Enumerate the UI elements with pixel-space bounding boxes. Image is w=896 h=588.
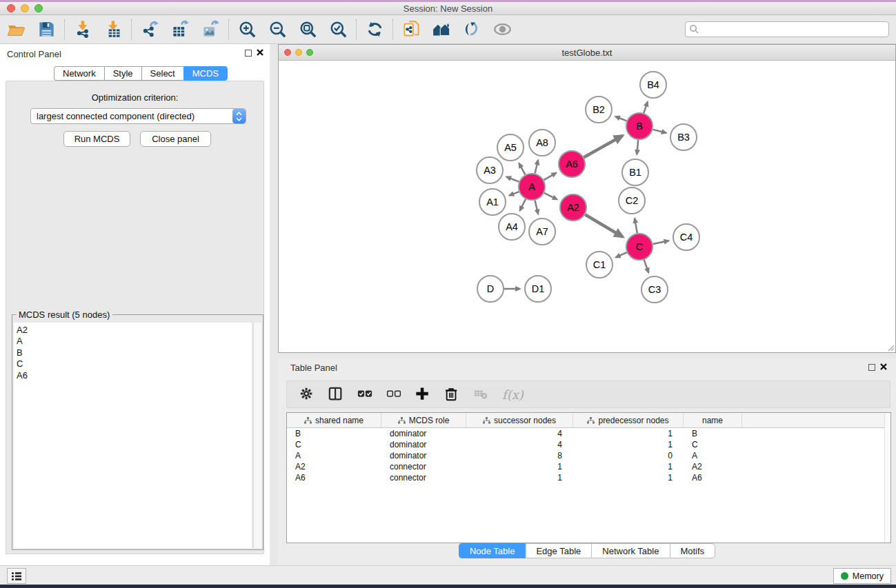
edge-A2-C[interactable]: [585, 214, 623, 236]
column-label: successor nodes: [494, 416, 556, 425]
edge-A-A5[interactable]: [519, 163, 525, 175]
column-layout-button[interactable]: [328, 385, 344, 403]
tab-style[interactable]: Style: [104, 66, 141, 81]
network-view-window: testGlobe.txt AA1A2A3A4A5A6A7A8BB1B2B3B4…: [278, 44, 896, 353]
edge-A-A2[interactable]: [544, 193, 557, 199]
hide-graphics-details-button[interactable]: [492, 19, 512, 40]
edge-A-A6[interactable]: [544, 173, 556, 180]
zoom-out-icon: [268, 20, 287, 39]
zoom-selected-button[interactable]: [328, 19, 348, 40]
tab-edge-table[interactable]: Edge Table: [525, 543, 591, 558]
float-table-panel-icon[interactable]: [868, 364, 875, 371]
edge-B-B3[interactable]: [653, 130, 666, 133]
refresh-button[interactable]: [364, 19, 385, 40]
tab-select[interactable]: Select: [141, 66, 183, 81]
column-header-MCDS-role[interactable]: MCDS role: [381, 413, 466, 427]
edge-B-B2[interactable]: [615, 116, 626, 121]
node-table[interactable]: shared nameMCDS rolesuccessor nodesprede…: [286, 412, 891, 543]
export-table-button[interactable]: [170, 19, 190, 40]
delete-row-icon: [444, 387, 459, 402]
zoom-fit-button[interactable]: [297, 19, 318, 40]
zoom-in-button[interactable]: [237, 19, 257, 40]
result-list-item[interactable]: B: [17, 347, 252, 358]
delete-row-button[interactable]: [444, 385, 459, 403]
settings-gear-button[interactable]: [299, 385, 315, 403]
control-panel-header: Control Panel: [0, 44, 270, 62]
tab-motifs[interactable]: Motifs: [669, 543, 715, 558]
run-mcds-button[interactable]: Run MCDS: [63, 131, 130, 147]
import-network-icon: [74, 20, 92, 39]
control-panel: Control Panel NetworkStyleSelectMCDS Opt…: [0, 44, 270, 565]
open-session-button[interactable]: [6, 19, 26, 40]
table-row[interactable]: Bdominator41B: [287, 428, 890, 439]
table-scrollbar[interactable]: [884, 413, 890, 543]
memory-button[interactable]: Memory: [833, 568, 891, 584]
result-list-item[interactable]: A: [17, 336, 252, 347]
edge-A-A4[interactable]: [520, 199, 526, 211]
close-panel-button[interactable]: Close panel: [140, 131, 211, 147]
edge-C-C1[interactable]: [616, 252, 627, 257]
edge-C-C3[interactable]: [644, 260, 649, 273]
column-header-predecessor-nodes[interactable]: predecessor nodes: [573, 413, 684, 427]
edge-B-B4[interactable]: [644, 102, 647, 113]
column-header-shared-name[interactable]: shared name: [287, 413, 381, 427]
refresh-icon: [366, 20, 384, 39]
toolbar-separator: [392, 19, 393, 40]
node-label-A5: A5: [504, 142, 517, 153]
result-list-item[interactable]: A2: [17, 325, 252, 336]
show-graphics-details-button[interactable]: [461, 19, 482, 40]
column-header-name[interactable]: name: [684, 413, 742, 427]
import-table-button[interactable]: [103, 19, 123, 40]
edge-A-A8[interactable]: [535, 160, 539, 173]
network-canvas[interactable]: AA1A2A3A4A5A6A7A8BB1B2B3B4CC1C2C3C4DD1: [279, 61, 895, 352]
export-image-button[interactable]: [200, 19, 221, 40]
add-row-button[interactable]: [415, 385, 430, 403]
edge-B-B1[interactable]: [637, 140, 638, 154]
close-panel-icon[interactable]: [256, 48, 264, 57]
tab-node-table[interactable]: Node Table: [459, 543, 526, 558]
task-history-button[interactable]: [7, 568, 26, 584]
table-row[interactable]: A2connector11A2: [287, 461, 890, 472]
mcds-result-list[interactable]: A2ABCA6: [14, 323, 252, 548]
cell-successor-nodes: 1: [466, 473, 573, 483]
deselect-all-button[interactable]: [386, 385, 401, 403]
clone-network-button[interactable]: [401, 19, 421, 40]
result-list-item[interactable]: C: [17, 358, 252, 369]
column-header-successor-nodes[interactable]: successor nodes: [466, 413, 573, 427]
export-network-button[interactable]: [139, 19, 160, 40]
tab-network-table[interactable]: Network Table: [591, 543, 669, 558]
result-list-scrollbar[interactable]: [253, 323, 261, 548]
save-session-button[interactable]: [36, 19, 57, 40]
window-resize-grip[interactable]: [886, 343, 895, 352]
edge-A-A7[interactable]: [535, 200, 538, 214]
select-all-button[interactable]: [357, 385, 372, 403]
close-table-panel-icon[interactable]: [879, 363, 888, 371]
toolbar-group-5: [401, 19, 512, 40]
edge-A-A3[interactable]: [506, 177, 519, 182]
cell-name: B: [684, 429, 742, 438]
home-button[interactable]: [431, 19, 452, 40]
tab-mcds[interactable]: MCDS: [183, 66, 228, 81]
network-window-titlebar[interactable]: testGlobe.txt: [279, 45, 895, 61]
zoom-out-button[interactable]: [267, 19, 288, 40]
criterion-dropdown[interactable]: largest connected component (directed): [30, 108, 246, 124]
edge-A6-B[interactable]: [584, 136, 622, 158]
result-list-item[interactable]: A6: [17, 370, 252, 381]
edge-C-C4[interactable]: [653, 241, 669, 244]
status-bar: Memory: [0, 565, 896, 585]
table-panel-title: Table Panel: [290, 363, 337, 373]
edge-C-C2[interactable]: [635, 219, 637, 234]
table-row[interactable]: Adominator80A: [287, 450, 890, 461]
network-window-title: testGlobe.txt: [279, 48, 895, 58]
search-input[interactable]: [685, 21, 889, 37]
node-label-C2: C2: [626, 195, 639, 206]
sort-tree-icon: [398, 417, 406, 424]
settings-gear-icon: [299, 387, 315, 402]
import-network-button[interactable]: [72, 19, 93, 40]
application-window: Session: New Session Control Panel Netwo…: [0, 0, 896, 588]
float-panel-icon[interactable]: [245, 50, 252, 57]
edge-A-A1[interactable]: [509, 192, 519, 195]
table-row[interactable]: Cdominator41C: [287, 439, 890, 450]
table-row[interactable]: A6connector11A6: [287, 472, 890, 483]
tab-network[interactable]: Network: [54, 66, 104, 81]
